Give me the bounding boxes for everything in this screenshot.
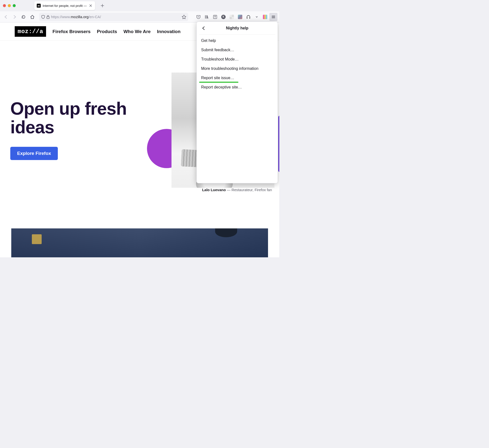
help-item-submit-feedback[interactable]: Submit feedback… [197,45,278,55]
help-items-list: Get help Submit feedback… Troubleshoot M… [197,35,278,93]
app-menu-button[interactable] [269,13,277,21]
toolbar: https://www.mozilla.org/en-CA/ K [0,11,279,23]
home-button[interactable] [28,13,36,21]
extension-image-icon[interactable] [237,13,244,20]
tab-title: Internet for people, not profit — [43,4,87,8]
tab-close-button[interactable] [89,4,93,8]
extension-k-icon[interactable]: K [220,13,227,20]
extension-books-icon[interactable] [262,13,269,20]
window-minimize-button[interactable]: – [8,4,11,7]
reader-view-icon[interactable] [212,13,219,20]
window-close-button[interactable]: × [3,4,6,7]
extension-grid-icon[interactable] [228,13,235,20]
library-icon[interactable] [203,13,210,20]
shield-icon[interactable] [41,15,45,19]
help-item-get-help[interactable]: Get help [197,36,278,45]
window-maximize-button[interactable]: ⤡ [13,4,16,7]
help-item-report-site-issue[interactable]: Report site issue… [197,73,278,83]
extension-overflow-chevron[interactable] [253,13,260,20]
bottom-band-image [11,228,268,257]
bookmark-star-icon[interactable] [182,15,186,19]
help-panel-title: Nightly help [199,26,275,30]
help-item-report-deceptive-site[interactable]: Report deceptive site… [197,83,278,92]
titlebar: × – ⤡ m Internet for people, not profit … [0,0,279,11]
tab-favicon: m [37,4,41,8]
help-back-button[interactable] [200,25,207,32]
browser-tab[interactable]: m Internet for people, not profit — [34,1,95,10]
toolbar-extensions: K [195,13,269,20]
back-button[interactable] [2,13,10,21]
purple-edge-decoration [278,116,279,172]
svg-rect-3 [249,17,250,19]
reload-button[interactable] [20,13,27,21]
mozilla-logo[interactable]: moz://a [15,26,46,37]
new-tab-button[interactable] [98,2,106,10]
svg-rect-2 [247,17,247,19]
nightly-help-panel: Nightly help Get help Submit feedback… T… [196,22,278,183]
url-text: https://www.mozilla.org/en-CA/ [51,15,181,19]
extension-headphones-icon[interactable] [245,13,252,20]
window-controls: × – ⤡ [3,4,16,7]
nav-innovation[interactable]: Innovation [157,29,181,34]
nav-who-we-are[interactable]: Who We Are [123,29,151,34]
help-item-more-troubleshooting[interactable]: More troubleshooting information [197,64,278,73]
help-panel-header: Nightly help [199,22,275,35]
pocket-icon[interactable] [195,13,202,20]
nav-firefox-browsers[interactable]: Firefox Browsers [52,29,90,34]
lock-icon[interactable] [46,15,50,19]
nav-products[interactable]: Products [97,29,117,34]
help-item-troubleshoot-mode[interactable]: Troubleshoot Mode… [197,55,278,64]
explore-firefox-button[interactable]: Explore Firefox [10,147,58,160]
hero-caption: Lalo Luevano — Restaurateur, Firefox fan [202,188,272,192]
svg-rect-0 [47,17,49,19]
url-bar[interactable]: https://www.mozilla.org/en-CA/ [39,13,188,21]
forward-button[interactable] [11,13,19,21]
